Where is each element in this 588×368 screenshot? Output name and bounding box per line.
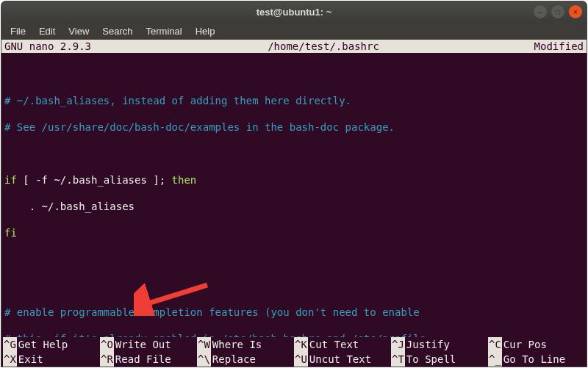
shortcut-cur-pos[interactable]: ^C Cur Pos bbox=[488, 337, 585, 352]
editor-area[interactable]: # ~/.bash_aliases, instead of adding the… bbox=[1, 53, 587, 337]
shortcut-exit[interactable]: ^X Exit bbox=[3, 352, 100, 367]
nano-shortcuts: ^G Get Help ^O Write Out ^W Where Is ^K … bbox=[1, 337, 587, 367]
code-line bbox=[4, 68, 584, 81]
maximize-button[interactable]: □ bbox=[551, 5, 564, 18]
close-button[interactable]: × bbox=[569, 5, 582, 18]
code-line: # ~/.bash_aliases, instead of adding the… bbox=[4, 94, 584, 107]
menu-edit[interactable]: Edit bbox=[33, 24, 61, 38]
window-controls: – □ × bbox=[534, 5, 582, 18]
menubar: File Edit View Search Terminal Help bbox=[1, 22, 587, 40]
shortcut-where-is[interactable]: ^W Where Is bbox=[197, 337, 294, 352]
code-line: fi bbox=[4, 226, 584, 239]
shortcut-read-file[interactable]: ^R Read File bbox=[100, 352, 197, 367]
nano-status: Modified bbox=[510, 40, 584, 53]
code-line bbox=[4, 253, 584, 266]
shortcut-uncut-text[interactable]: ^U Uncut Text bbox=[294, 352, 391, 367]
window-title: test@ubuntu1: ~ bbox=[257, 7, 332, 18]
code-line: # See /usr/share/doc/bash-doc/examples i… bbox=[4, 120, 584, 134]
shortcut-to-spell[interactable]: ^T To Spell bbox=[391, 352, 488, 367]
terminal-window: test@ubuntu1: ~ – □ × File Edit View Sea… bbox=[1, 1, 587, 367]
shortcut-cut-text[interactable]: ^K Cut Text bbox=[294, 337, 391, 352]
menu-help[interactable]: Help bbox=[190, 24, 221, 38]
shortcut-replace[interactable]: ^\ Replace bbox=[197, 352, 294, 367]
minimize-button[interactable]: – bbox=[534, 5, 547, 18]
shortcut-get-help[interactable]: ^G Get Help bbox=[3, 337, 100, 352]
shortcut-write-out[interactable]: ^O Write Out bbox=[100, 337, 197, 352]
code-line: . ~/.bash_aliases bbox=[4, 200, 584, 213]
code-line bbox=[4, 279, 584, 292]
menu-file[interactable]: File bbox=[4, 24, 32, 38]
titlebar: test@ubuntu1: ~ – □ × bbox=[1, 1, 587, 22]
shortcut-go-to-line[interactable]: ^_ Go To Line bbox=[488, 352, 585, 367]
code-line: if [ -f ~/.bash_aliases ]; then bbox=[4, 173, 584, 187]
menu-view[interactable]: View bbox=[62, 24, 95, 38]
menu-search[interactable]: Search bbox=[96, 24, 138, 38]
shortcut-justify[interactable]: ^J Justify bbox=[391, 337, 488, 352]
nano-filepath: /home/test/.bashrc bbox=[137, 40, 510, 53]
nano-header: GNU nano 2.9.3 /home/test/.bashrc Modifi… bbox=[1, 40, 587, 53]
nano-version: GNU nano 2.9.3 bbox=[4, 40, 137, 53]
menu-terminal[interactable]: Terminal bbox=[140, 24, 188, 38]
code-line bbox=[4, 147, 584, 160]
code-line: # enable programmable completion feature… bbox=[4, 306, 584, 319]
code-line: # this, if it's already enabled in /etc/… bbox=[4, 332, 584, 337]
